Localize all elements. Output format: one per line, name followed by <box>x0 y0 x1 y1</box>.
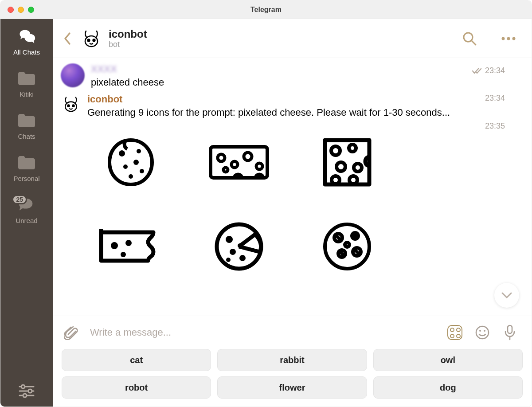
generated-icons-grid <box>91 136 518 273</box>
svg-point-57 <box>479 330 481 332</box>
sidebar-item-label: Chats <box>18 133 35 140</box>
svg-point-5 <box>23 394 27 397</box>
svg-point-14 <box>65 102 76 111</box>
svg-point-17 <box>119 150 125 157</box>
emoji-button[interactable] <box>474 324 491 341</box>
chat-bubble-icon: 25 <box>17 196 36 214</box>
svg-point-24 <box>218 154 225 161</box>
search-button[interactable] <box>460 29 479 48</box>
bot-keyboard-button[interactable]: flower <box>217 376 367 399</box>
sidebar: All Chats Kitiki Chats Personal <box>0 19 53 407</box>
close-window-button[interactable] <box>8 7 14 13</box>
svg-point-38 <box>125 240 132 246</box>
svg-point-37 <box>111 242 118 249</box>
chat-title-block[interactable]: iconbot bot <box>109 28 147 49</box>
smiley-icon <box>475 325 490 340</box>
svg-point-18 <box>137 149 141 153</box>
generated-icon-2[interactable] <box>199 136 279 189</box>
window-title: Telegram <box>0 6 532 14</box>
svg-point-3 <box>21 385 25 388</box>
svg-point-51 <box>345 243 349 247</box>
message-composer <box>53 316 532 345</box>
svg-point-19 <box>123 164 128 169</box>
svg-point-4 <box>28 389 32 393</box>
message-user: XXXX pixelated cheese 23:34 <box>61 63 518 89</box>
back-button[interactable] <box>61 27 74 50</box>
bot-keyboard: cat rabbit owl robot flower dog <box>53 345 532 407</box>
message-time: 23:34 <box>485 94 505 103</box>
user-name: XXXX <box>91 63 117 75</box>
bot-avatar[interactable] <box>81 28 102 49</box>
search-icon <box>462 31 477 46</box>
svg-point-20 <box>133 160 139 165</box>
minimize-window-button[interactable] <box>18 7 24 13</box>
svg-point-28 <box>223 168 228 172</box>
sidebar-item-kitiki[interactable]: Kitiki <box>0 69 53 98</box>
attach-button[interactable] <box>63 324 79 341</box>
svg-point-7 <box>88 39 90 41</box>
sidebar-item-label: All Chats <box>13 48 40 56</box>
message-text: pixelated cheese <box>91 76 518 89</box>
bot-commands-button[interactable] <box>446 324 463 341</box>
svg-point-26 <box>244 153 252 160</box>
cheese-round-icon <box>104 136 157 189</box>
bot-name: iconbot <box>87 94 122 105</box>
svg-point-16 <box>72 105 74 106</box>
bot-keyboard-button[interactable]: dog <box>373 376 523 399</box>
chevron-left-icon <box>63 32 71 45</box>
generated-icon-6[interactable] <box>307 220 387 273</box>
bot-keyboard-button[interactable]: rabbit <box>217 349 367 371</box>
rabbit-icon <box>62 95 80 113</box>
svg-line-10 <box>472 41 476 45</box>
svg-point-39 <box>121 252 126 257</box>
svg-point-56 <box>476 326 489 339</box>
svg-point-33 <box>332 176 340 184</box>
svg-point-31 <box>336 162 345 171</box>
folder-icon <box>17 69 36 88</box>
svg-point-11 <box>502 37 505 40</box>
folder-icon <box>17 153 36 172</box>
read-checks-icon <box>472 67 482 74</box>
chat-subtitle: bot <box>109 40 147 49</box>
svg-line-55 <box>355 250 359 254</box>
rabbit-icon <box>82 29 101 48</box>
message-time: 23:35 <box>485 121 505 131</box>
svg-point-58 <box>484 330 485 332</box>
generated-icon-3[interactable] <box>307 136 387 189</box>
message-time: 23:34 <box>472 66 505 75</box>
sidebar-item-label: Personal <box>13 175 39 182</box>
svg-point-25 <box>231 161 238 168</box>
voice-message-button[interactable] <box>501 324 518 341</box>
chat-pane: iconbot bot XXXX <box>53 19 532 407</box>
cheese-block-icon <box>208 142 270 182</box>
maximize-window-button[interactable] <box>28 7 34 13</box>
svg-point-22 <box>140 169 144 173</box>
microphone-icon <box>504 325 516 340</box>
svg-point-44 <box>238 243 242 248</box>
sidebar-item-all-chats[interactable]: All Chats <box>0 27 53 56</box>
chat-header: iconbot bot <box>53 19 532 58</box>
window-titlebar: Telegram <box>0 0 532 19</box>
apps-grid-icon <box>447 325 462 340</box>
svg-point-12 <box>507 37 510 40</box>
bot-keyboard-button[interactable]: owl <box>373 349 523 371</box>
bot-keyboard-button[interactable]: robot <box>62 376 211 399</box>
settings-button[interactable] <box>0 376 53 407</box>
svg-point-43 <box>239 255 246 261</box>
sidebar-item-unread[interactable]: 25 Unread <box>0 196 53 224</box>
scroll-to-bottom-button[interactable] <box>494 283 519 308</box>
sidebar-item-personal[interactable]: Personal <box>0 153 53 182</box>
messages-area[interactable]: XXXX pixelated cheese 23:34 <box>53 58 532 316</box>
bot-keyboard-button[interactable]: cat <box>62 349 211 371</box>
svg-point-27 <box>256 163 262 169</box>
bot-avatar[interactable] <box>61 95 81 116</box>
generated-icon-5[interactable] <box>199 220 279 273</box>
user-avatar[interactable] <box>61 63 85 87</box>
sidebar-item-chats[interactable]: Chats <box>0 111 53 140</box>
generated-icon-4[interactable] <box>91 220 171 273</box>
svg-point-21 <box>129 174 133 179</box>
more-menu-button[interactable] <box>499 29 518 48</box>
folder-icon <box>17 111 36 130</box>
generated-icon-1[interactable] <box>91 136 171 189</box>
message-input[interactable] <box>90 327 436 338</box>
